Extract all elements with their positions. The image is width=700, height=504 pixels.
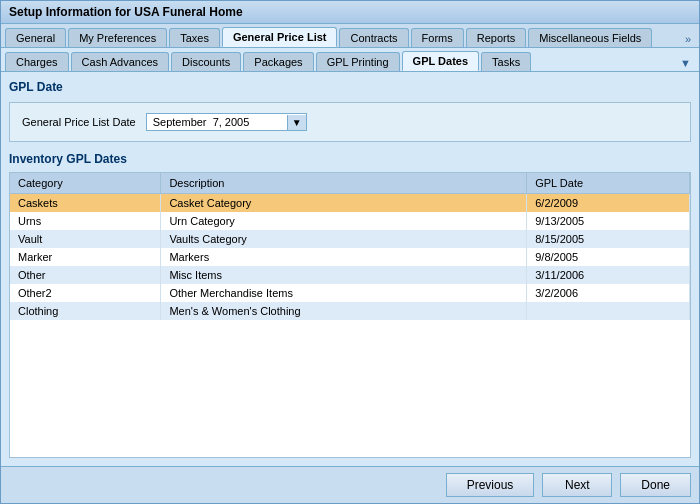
tab-tasks[interactable]: Tasks bbox=[481, 52, 531, 71]
previous-button[interactable]: Previous bbox=[446, 473, 535, 497]
cell-gpl-date: 9/8/2005 bbox=[527, 248, 690, 266]
content-area: GPL Date General Price List Date ▼ Inven… bbox=[1, 72, 699, 466]
footer: Previous Next Done bbox=[1, 466, 699, 503]
cell-gpl-date: 3/2/2006 bbox=[527, 284, 690, 302]
table-row[interactable]: ClothingMen's & Women's Clothing bbox=[10, 302, 690, 320]
cell-description: Men's & Women's Clothing bbox=[161, 302, 527, 320]
cell-category: Other bbox=[10, 266, 161, 284]
tab-gpl-dates[interactable]: GPL Dates bbox=[402, 51, 479, 71]
cell-gpl-date: 8/15/2005 bbox=[527, 230, 690, 248]
done-button[interactable]: Done bbox=[620, 473, 691, 497]
expand-icon-2[interactable]: ▼ bbox=[676, 55, 695, 71]
table-header-row: Category Description GPL Date bbox=[10, 173, 690, 194]
table-row[interactable]: UrnsUrn Category9/13/2005 bbox=[10, 212, 690, 230]
tab-discounts[interactable]: Discounts bbox=[171, 52, 241, 71]
inventory-table: Category Description GPL Date CasketsCas… bbox=[10, 173, 690, 320]
gpl-date-section-header: GPL Date bbox=[9, 80, 691, 94]
tab-row-1: General My Preferences Taxes General Pri… bbox=[1, 24, 699, 48]
tab-contracts[interactable]: Contracts bbox=[339, 28, 408, 47]
gpl-date-row: General Price List Date ▼ bbox=[9, 102, 691, 142]
cell-description: Urn Category bbox=[161, 212, 527, 230]
col-header-gpl-date: GPL Date bbox=[527, 173, 690, 194]
cell-gpl-date: 9/13/2005 bbox=[527, 212, 690, 230]
cell-category: Clothing bbox=[10, 302, 161, 320]
main-window: Setup Information for USA Funeral Home G… bbox=[0, 0, 700, 504]
table-row[interactable]: OtherMisc Items3/11/2006 bbox=[10, 266, 690, 284]
cell-category: Urns bbox=[10, 212, 161, 230]
tab-packages[interactable]: Packages bbox=[243, 52, 313, 71]
title-bar: Setup Information for USA Funeral Home bbox=[1, 1, 699, 24]
col-header-description: Description bbox=[161, 173, 527, 194]
col-header-category: Category bbox=[10, 173, 161, 194]
tab-taxes[interactable]: Taxes bbox=[169, 28, 220, 47]
window-title: Setup Information for USA Funeral Home bbox=[9, 5, 243, 19]
cell-description: Misc Items bbox=[161, 266, 527, 284]
date-dropdown[interactable]: ▼ bbox=[146, 113, 307, 131]
tab-gpl-printing[interactable]: GPL Printing bbox=[316, 52, 400, 71]
cell-description: Other Merchandise Items bbox=[161, 284, 527, 302]
date-input[interactable] bbox=[147, 114, 287, 130]
cell-description: Markers bbox=[161, 248, 527, 266]
cell-gpl-date bbox=[527, 302, 690, 320]
table-row[interactable]: VaultVaults Category8/15/2005 bbox=[10, 230, 690, 248]
cell-description: Vaults Category bbox=[161, 230, 527, 248]
gpl-date-label: General Price List Date bbox=[22, 116, 136, 128]
expand-icon[interactable]: » bbox=[681, 31, 695, 47]
cell-category: Vault bbox=[10, 230, 161, 248]
cell-gpl-date: 6/2/2009 bbox=[527, 194, 690, 213]
tab-reports[interactable]: Reports bbox=[466, 28, 527, 47]
table-row[interactable]: CasketsCasket Category6/2/2009 bbox=[10, 194, 690, 213]
cell-description: Casket Category bbox=[161, 194, 527, 213]
date-dropdown-btn[interactable]: ▼ bbox=[287, 115, 306, 130]
cell-category: Marker bbox=[10, 248, 161, 266]
tab-my-preferences[interactable]: My Preferences bbox=[68, 28, 167, 47]
cell-gpl-date: 3/11/2006 bbox=[527, 266, 690, 284]
cell-category: Caskets bbox=[10, 194, 161, 213]
inventory-section: Inventory GPL Dates Category Description… bbox=[9, 150, 691, 458]
tab-charges[interactable]: Charges bbox=[5, 52, 69, 71]
tab-row-2: Charges Cash Advances Discounts Packages… bbox=[1, 48, 699, 72]
next-button[interactable]: Next bbox=[542, 473, 612, 497]
tab-general[interactable]: General bbox=[5, 28, 66, 47]
cell-category: Other2 bbox=[10, 284, 161, 302]
tab-miscellaneous-fields[interactable]: Miscellaneous Fields bbox=[528, 28, 652, 47]
inventory-header: Inventory GPL Dates bbox=[9, 150, 691, 168]
tab-general-price-list[interactable]: General Price List bbox=[222, 27, 338, 47]
tab-cash-advances[interactable]: Cash Advances bbox=[71, 52, 169, 71]
tab-forms[interactable]: Forms bbox=[411, 28, 464, 47]
inventory-table-container: Category Description GPL Date CasketsCas… bbox=[9, 172, 691, 458]
table-row[interactable]: MarkerMarkers9/8/2005 bbox=[10, 248, 690, 266]
gpl-date-header: GPL Date bbox=[9, 78, 63, 96]
table-row[interactable]: Other2Other Merchandise Items3/2/2006 bbox=[10, 284, 690, 302]
